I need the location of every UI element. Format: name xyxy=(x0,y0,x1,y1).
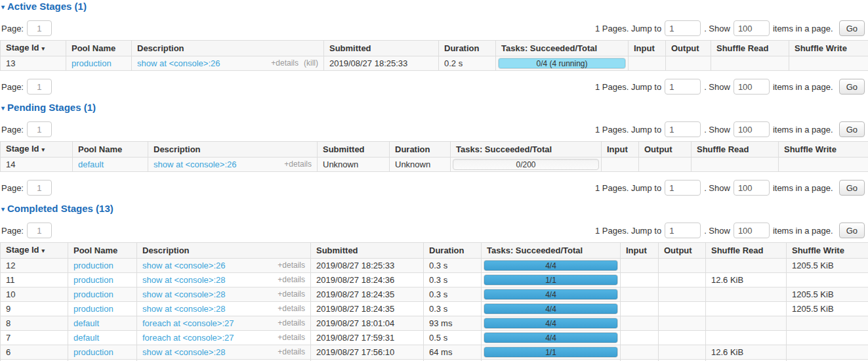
col-header-shuffle-read[interactable]: Shuffle Read xyxy=(711,41,789,56)
details-link[interactable]: +details xyxy=(271,58,299,69)
details-link[interactable]: +details xyxy=(278,260,305,271)
col-header-submitted[interactable]: Submitted xyxy=(311,243,424,259)
show-count-input[interactable] xyxy=(734,20,770,36)
go-button[interactable]: Go xyxy=(839,180,865,196)
go-button[interactable]: Go xyxy=(839,79,865,95)
jump-to-input[interactable] xyxy=(665,121,701,137)
details-link[interactable]: +details xyxy=(278,303,305,314)
col-header-shuffle-write[interactable]: Shuffle Write xyxy=(779,142,868,158)
go-button[interactable]: Go xyxy=(839,20,865,36)
col-header-description[interactable]: Description xyxy=(148,142,318,158)
section-title-text: Pending Stages (1) xyxy=(7,102,96,113)
col-header-duration[interactable]: Duration xyxy=(439,41,496,56)
col-header-pool-name[interactable]: Pool Name xyxy=(66,41,132,56)
col-header-shuffle-write[interactable]: Shuffle Write xyxy=(787,243,868,259)
col-header-output[interactable]: Output xyxy=(639,142,692,158)
show-count-input[interactable] xyxy=(734,180,770,196)
col-header-submitted[interactable]: Submitted xyxy=(324,41,439,56)
description-cell: foreach at <console>:27+details xyxy=(137,331,311,345)
task-progress-bar: 4/4 xyxy=(484,260,618,271)
show-count-input[interactable] xyxy=(734,79,770,95)
description-link[interactable]: show at <console>:28 xyxy=(142,347,225,358)
description-actions: +details xyxy=(278,318,305,329)
pool-name-cell: default xyxy=(68,331,137,345)
pool-name-link[interactable]: production xyxy=(73,347,114,357)
show-count-input[interactable] xyxy=(734,121,770,137)
description-link[interactable]: show at <console>:28 xyxy=(142,303,225,314)
col-header-shuffle-write[interactable]: Shuffle Write xyxy=(789,41,868,56)
table-row: 10productionshow at <console>:28+details… xyxy=(1,287,868,302)
details-link[interactable]: +details xyxy=(278,332,305,343)
jump-to-input[interactable] xyxy=(665,79,701,95)
pool-name-link[interactable]: production xyxy=(73,304,114,314)
description-link[interactable]: show at <console>:26 xyxy=(142,260,225,271)
col-header-duration[interactable]: Duration xyxy=(390,142,451,158)
col-header-tasks[interactable]: Tasks: Succeeded/Total xyxy=(451,142,602,158)
col-header-stage-id[interactable]: Stage Id▾ xyxy=(1,41,66,56)
shuffle-read-cell: 12.6 KiB xyxy=(706,345,787,360)
col-header-pool-name[interactable]: Pool Name xyxy=(73,142,148,158)
col-header-input[interactable]: Input xyxy=(629,41,666,56)
pool-name-link[interactable]: production xyxy=(73,289,114,299)
details-link[interactable]: +details xyxy=(278,347,305,358)
col-header-stage-id[interactable]: Stage Id▾ xyxy=(1,142,73,158)
page-number-input[interactable] xyxy=(27,121,52,137)
task-progress-bar: 4/4 xyxy=(484,332,618,343)
description-link[interactable]: foreach at <console>:27 xyxy=(142,332,234,343)
page-number-input[interactable] xyxy=(27,79,52,95)
details-link[interactable]: +details xyxy=(278,318,305,329)
submitted-cell: Unknown xyxy=(318,158,390,172)
description-actions: +details(kill) xyxy=(271,58,318,69)
go-button[interactable]: Go xyxy=(839,121,865,137)
description-link[interactable]: show at <console>:28 xyxy=(142,289,225,300)
page-number-input[interactable] xyxy=(27,180,52,196)
pool-name-link[interactable]: default xyxy=(73,333,99,343)
col-header-input[interactable]: Input xyxy=(602,142,639,158)
jump-to-input[interactable] xyxy=(665,20,701,36)
col-header-output[interactable]: Output xyxy=(666,41,711,56)
description-link[interactable]: show at <console>:26 xyxy=(154,159,236,170)
active-stages-heading[interactable]: ▾Active Stages (1) xyxy=(1,1,868,12)
show-count-input[interactable] xyxy=(734,223,770,238)
pool-name-link[interactable]: production xyxy=(73,261,114,270)
jump-to-input[interactable] xyxy=(665,223,701,238)
col-header-duration[interactable]: Duration xyxy=(424,243,482,259)
show-label: . Show xyxy=(704,226,730,236)
col-header-tasks[interactable]: Tasks: Succeeded/Total xyxy=(496,41,629,56)
input-cell xyxy=(621,287,659,302)
description-link[interactable]: foreach at <console>:27 xyxy=(142,318,234,329)
col-header-shuffle-read[interactable]: Shuffle Read xyxy=(706,243,787,259)
pool-name-link[interactable]: default xyxy=(78,159,104,169)
input-cell xyxy=(602,158,639,172)
active-bottom-pager: Page: 1 Pages. Jump to . Show items in a… xyxy=(1,79,865,95)
go-button[interactable]: Go xyxy=(839,223,865,238)
task-progress-bar: 1/1 xyxy=(484,274,618,286)
task-progress-bar: 4/4 xyxy=(484,318,618,329)
col-header-description[interactable]: Description xyxy=(132,41,324,56)
pool-name-link[interactable]: default xyxy=(73,318,99,328)
col-header-stage-id[interactable]: Stage Id▾ xyxy=(1,243,68,259)
details-link[interactable]: +details xyxy=(284,159,312,170)
completed-stages-heading[interactable]: ▾Completed Stages (13) xyxy=(1,203,868,215)
pending-stages-heading[interactable]: ▾Pending Stages (1) xyxy=(1,102,868,114)
description-link[interactable]: show at <console>:26 xyxy=(137,58,220,69)
description-cell: show at <console>:26+details xyxy=(148,158,318,172)
col-header-submitted[interactable]: Submitted xyxy=(318,142,390,158)
task-progress-label: 4/4 xyxy=(484,289,617,301)
details-link[interactable]: +details xyxy=(278,274,305,286)
description-link[interactable]: show at <console>:28 xyxy=(142,274,225,286)
kill-link[interactable]: (kill) xyxy=(304,58,318,69)
pool-name-link[interactable]: production xyxy=(72,58,112,68)
page-number-input[interactable] xyxy=(27,20,52,36)
page-number-input[interactable] xyxy=(27,223,52,238)
pool-name-link[interactable]: production xyxy=(73,275,114,285)
col-header-shuffle-read[interactable]: Shuffle Read xyxy=(692,142,779,158)
collapse-arrow-icon: ▾ xyxy=(1,205,5,213)
col-header-output[interactable]: Output xyxy=(659,243,706,259)
col-header-description[interactable]: Description xyxy=(137,243,311,259)
col-header-pool-name[interactable]: Pool Name xyxy=(68,243,137,259)
jump-to-input[interactable] xyxy=(665,180,701,196)
col-header-tasks[interactable]: Tasks: Succeeded/Total xyxy=(482,243,621,259)
col-header-input[interactable]: Input xyxy=(621,243,659,259)
details-link[interactable]: +details xyxy=(278,289,305,300)
